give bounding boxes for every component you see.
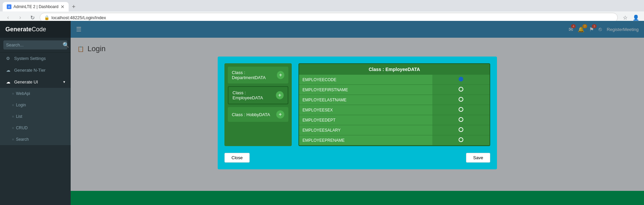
sidebar-brand: GenerateCode	[0, 21, 71, 38]
radio-icon[interactable]	[459, 137, 463, 142]
sidebar-submenu-label: Search	[16, 137, 65, 142]
close-button[interactable]: Close	[224, 153, 250, 163]
sidebar-submenu-label: WebApi	[16, 91, 65, 96]
field-radio[interactable]	[432, 75, 490, 85]
field-radio[interactable]	[432, 135, 490, 145]
sidebar-search-input[interactable]	[6, 42, 63, 47]
sidebar-submenu-label: List	[16, 114, 65, 119]
tab-close-icon[interactable]: ✕	[61, 4, 65, 9]
class-item-label: Class : HobbyDATA	[232, 112, 270, 117]
new-tab-button[interactable]: +	[69, 2, 79, 12]
sidebar: GenerateCode 🔍 ⚙ System Settings ☁ Gener…	[0, 21, 71, 205]
sidebar-item-label: Generate N-Tier	[14, 68, 65, 73]
radio-icon[interactable]	[459, 77, 463, 81]
sidebar-item-login[interactable]: Login	[0, 99, 71, 111]
sidebar-search-container: 🔍	[0, 38, 71, 53]
chevron-down-icon: ▾	[63, 80, 65, 84]
app-container: GenerateCode 🔍 ⚙ System Settings ☁ Gener…	[0, 21, 644, 205]
fields-panel: Class : EmployeeDATA EMPLOYEECODE EMPLOY…	[298, 63, 490, 146]
cloud-icon-2: ☁	[5, 79, 11, 84]
sidebar-item-label: System Settings	[14, 56, 65, 61]
class-item-department[interactable]: Class : DepartmentDATA +	[228, 67, 288, 83]
active-tab[interactable]: A AdminLTE 2 | Dashboard ✕	[3, 2, 69, 11]
field-name: EMPLOYEEPRENAME	[299, 135, 432, 145]
radio-icon[interactable]	[459, 97, 463, 102]
field-radio[interactable]	[432, 95, 490, 105]
fields-panel-header: Class : EmployeeDATA	[299, 64, 490, 75]
sidebar-item-webapi[interactable]: WebApi	[0, 88, 71, 99]
radio-icon[interactable]	[459, 87, 463, 92]
settings-icon: ⚙	[5, 56, 11, 61]
class-item-employee[interactable]: Class : EmployeeDATA +	[228, 86, 288, 104]
sidebar-submenu-label: Login	[16, 103, 65, 107]
main-content: ☰ ✉ 4 🔔 7 ⚑ 3 ⎋ RegisterMeeting	[71, 21, 644, 205]
brand-text: GenerateCode	[5, 26, 46, 33]
radio-icon[interactable]	[459, 107, 463, 112]
sidebar-item-crud[interactable]: CRUD	[0, 122, 71, 134]
tab-favicon: A	[7, 4, 11, 9]
field-name: EMPLOYEEFIRSTNAME	[299, 85, 432, 95]
modal-dialog: Class : DepartmentDATA + Class : Employe…	[218, 57, 497, 169]
field-radio[interactable]	[432, 105, 490, 115]
tab-title: AdminLTE 2 | Dashboard	[13, 4, 59, 9]
table-row[interactable]: EMPLOYEESALARY	[299, 125, 490, 135]
sidebar-item-label: Generate UI	[14, 79, 60, 84]
field-radio[interactable]	[432, 115, 490, 125]
class-list-panel: Class : DepartmentDATA + Class : Employe…	[224, 63, 292, 146]
sidebar-submenu: WebApi Login List CRUD Search	[0, 88, 71, 145]
search-icon[interactable]: 🔍	[63, 42, 69, 48]
table-row[interactable]: EMPLOYEECODE	[299, 75, 490, 85]
sidebar-item-list[interactable]: List	[0, 111, 71, 122]
class-item-add-icon[interactable]: +	[276, 91, 284, 99]
class-item-add-icon[interactable]: +	[276, 110, 284, 118]
class-item-hobby[interactable]: Class : HobbyDATA +	[228, 107, 288, 122]
table-row[interactable]: EMPLOYEESEX	[299, 105, 490, 115]
browser-chrome: A AdminLTE 2 | Dashboard ✕ + ‹ › ↻ 🔒 loc…	[0, 0, 644, 21]
address-text: localhost:48225/Login/Index	[51, 15, 106, 20]
field-name: EMPLOYEECODE	[299, 75, 432, 85]
tab-bar: A AdminLTE 2 | Dashboard ✕ + ‹ › ↻ 🔒 loc…	[0, 0, 644, 21]
sidebar-item-generate-ui[interactable]: ☁ Generate UI ▾	[0, 76, 71, 88]
field-name: EMPLOYEEDEPT	[299, 115, 432, 125]
field-name: EMPLOYEESEX	[299, 105, 432, 115]
table-row[interactable]: EMPLOYEELASTNAME	[299, 95, 490, 105]
radio-icon[interactable]	[459, 127, 463, 132]
fields-table: EMPLOYEECODE EMPLOYEEFIRSTNAME EMPLOYEEL…	[299, 75, 490, 145]
class-item-label: Class : DepartmentDATA	[232, 70, 277, 80]
cloud-icon-1: ☁	[5, 68, 11, 73]
sidebar-item-system-settings[interactable]: ⚙ System Settings	[0, 53, 71, 64]
field-radio[interactable]	[432, 125, 490, 135]
field-name: EMPLOYEELASTNAME	[299, 95, 432, 105]
table-row[interactable]: EMPLOYEEFIRSTNAME	[299, 85, 490, 95]
radio-icon[interactable]	[459, 117, 463, 122]
class-item-add-icon[interactable]: +	[277, 71, 284, 79]
modal-footer: Close Save	[224, 153, 490, 163]
lock-icon: 🔒	[44, 15, 49, 20]
sidebar-submenu-label: CRUD	[16, 126, 65, 130]
save-button[interactable]: Save	[466, 153, 490, 163]
table-row[interactable]: EMPLOYEEPRENAME	[299, 135, 490, 145]
sidebar-item-search[interactable]: Search	[0, 134, 71, 145]
modal-body: Class : DepartmentDATA + Class : Employe…	[224, 63, 490, 146]
sidebar-item-generate-ntier[interactable]: ☁ Generate N-Tier	[0, 64, 71, 76]
field-radio[interactable]	[432, 85, 490, 95]
class-item-label: Class : EmployeeDATA	[232, 90, 276, 100]
modal-overlay: Class : DepartmentDATA + Class : Employe…	[71, 21, 644, 205]
field-name: EMPLOYEESALARY	[299, 125, 432, 135]
table-row[interactable]: EMPLOYEEDEPT	[299, 115, 490, 125]
sidebar-menu: ⚙ System Settings ☁ Generate N-Tier ☁ Ge…	[0, 53, 71, 205]
